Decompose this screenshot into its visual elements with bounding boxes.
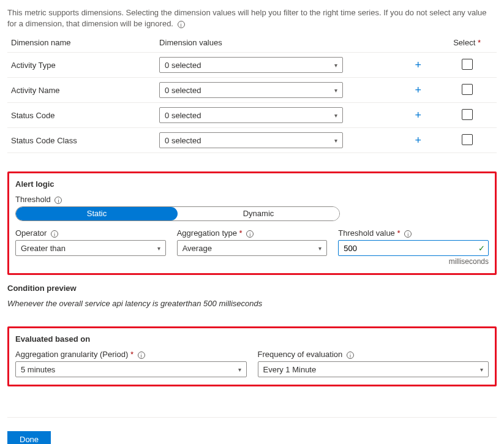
operator-value: Greater than [21,244,66,253]
evaluated-title: Evaluated based on [15,334,489,344]
select-checkbox[interactable] [462,134,473,145]
threshold-value-label: Threshold value * i [338,228,489,238]
info-icon: i [246,230,254,238]
chevron-down-icon: ▾ [318,245,322,252]
chevron-down-icon: ▾ [334,137,337,144]
aggregation-type-dropdown[interactable]: Average ▾ [177,240,328,256]
aggregation-type-value: Average [182,244,212,253]
col-dimension-name: Dimension name [7,33,156,53]
chevron-down-icon: ▾ [334,87,337,94]
dimension-name: Status Code [7,103,156,128]
info-icon: i [138,352,145,359]
chevron-down-icon: ▾ [480,366,483,373]
info-icon: i [51,230,58,238]
operator-label: Operator i [15,228,166,238]
select-checkbox[interactable] [462,109,473,120]
table-row: Status Code Class0 selected▾+ [7,128,497,153]
alert-logic-section: Alert logic Threshold i Static Dynamic O… [7,171,497,275]
chevron-down-icon: ▾ [238,366,241,373]
threshold-toggle[interactable]: Static Dynamic [15,206,340,221]
info-icon: i [55,197,62,204]
add-icon[interactable]: + [412,134,425,147]
evaluated-based-on-section: Evaluated based on Aggregation granulari… [7,326,497,386]
frequency-value: Every 1 Minute [263,365,317,374]
threshold-toggle-dynamic[interactable]: Dynamic [178,207,339,220]
aggregation-granularity-value: 5 minutes [21,365,55,374]
dimension-name: Status Code Class [7,128,156,153]
add-icon[interactable]: + [412,83,425,97]
add-icon[interactable]: + [412,108,425,122]
dimension-values-text: 0 selected [165,136,201,145]
chevron-down-icon: ▾ [334,62,337,69]
dimension-values-text: 0 selected [165,86,201,95]
dimension-values-dropdown[interactable]: 0 selected▾ [159,107,343,123]
select-checkbox[interactable] [462,59,473,70]
col-dimension-values: Dimension values [156,33,408,53]
dimension-values-dropdown[interactable]: 0 selected▾ [159,82,343,98]
threshold-unit: milliseconds [338,257,489,266]
col-select: Select * [437,33,497,53]
alert-logic-title: Alert logic [15,179,489,189]
condition-preview-text: Whenever the overall service api latency… [7,299,497,308]
dimension-values-dropdown[interactable]: 0 selected▾ [159,132,343,148]
aggregation-granularity-dropdown[interactable]: 5 minutes ▾ [15,361,247,377]
threshold-label: Threshold i [15,195,489,204]
frequency-label: Frequency of evaluation i [258,350,489,359]
operator-dropdown[interactable]: Greater than ▾ [15,240,166,256]
condition-preview-section: Condition preview Whenever the overall s… [7,284,497,308]
info-icon: i [178,21,185,28]
info-icon: i [404,230,412,238]
info-icon: i [347,352,354,359]
dimension-name: Activity Name [7,78,156,103]
dimension-values-dropdown[interactable]: 0 selected▾ [159,57,343,73]
dimension-values-text: 0 selected [165,61,201,70]
chevron-down-icon: ▾ [157,245,160,252]
aggregation-granularity-label: Aggregation granularity (Period) * i [15,350,247,359]
dimensions-table: Dimension name Dimension values Select *… [7,33,497,153]
dimension-name: Activity Type [7,53,156,78]
dimension-values-text: 0 selected [165,111,201,120]
table-row: Activity Name0 selected▾+ [7,78,497,103]
chevron-down-icon: ▾ [334,112,337,119]
done-button[interactable]: Done [7,431,51,444]
condition-preview-title: Condition preview [7,284,497,293]
add-icon[interactable]: + [412,58,425,72]
table-row: Activity Type0 selected▾+ [7,53,497,78]
check-icon: ✓ [478,244,485,253]
threshold-value-input[interactable] [338,240,489,256]
table-row: Status Code0 selected▾+ [7,103,497,128]
frequency-dropdown[interactable]: Every 1 Minute ▾ [258,361,489,377]
aggregation-type-label: Aggregation type * i [177,228,328,238]
intro-text: This metric supports dimensions. Selecti… [7,7,497,29]
threshold-toggle-static[interactable]: Static [16,207,178,220]
select-checkbox[interactable] [462,84,473,95]
